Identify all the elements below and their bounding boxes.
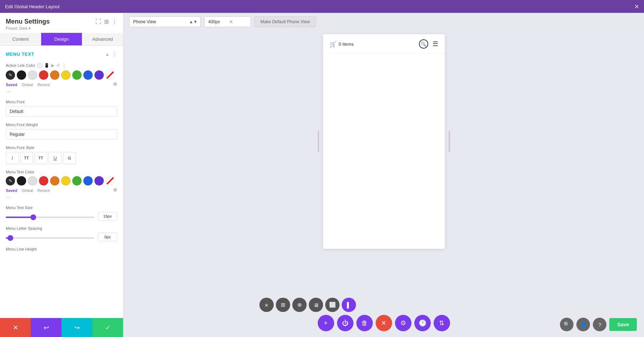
color-tab-global[interactable]: Global [21, 83, 33, 87]
text-color-tab-saved[interactable]: Saved [6, 188, 17, 193]
underline-btn[interactable]: U [49, 152, 62, 164]
section-more-icon[interactable]: ⋮ [112, 51, 117, 58]
menu-line-height-label: Menu Line Height [6, 247, 117, 251]
panel-bottom-bar: ✕ ↩ ↪ ✓ [0, 318, 123, 337]
active-link-more-icon[interactable]: ⋮ [62, 63, 67, 68]
color-tab-recent[interactable]: Recent [37, 83, 50, 87]
expand-icon[interactable]: ⛶ [96, 19, 101, 25]
close-icon[interactable]: ✕ [634, 3, 639, 10]
help-br-btn[interactable]: ? [593, 318, 606, 331]
search-tool-btn[interactable]: ⊕ [292, 298, 307, 312]
panel-preset[interactable]: Preset: Dark ▾ [6, 26, 117, 31]
power-float-btn[interactable]: ⏻ [337, 315, 353, 331]
canvas-drag-right[interactable] [449, 131, 450, 152]
save-button[interactable]: Save [609, 318, 637, 331]
make-default-phone-view-button[interactable]: Make Default Phone View [254, 16, 316, 27]
confirm-button[interactable]: ✓ [92, 318, 123, 337]
mobile-icon[interactable]: 📱 [44, 63, 49, 68]
hamburger-icon[interactable]: ☰ [433, 40, 438, 48]
search-br-btn[interactable]: 🔍 [560, 318, 574, 331]
color-pen-swatch[interactable]: ✎ [6, 70, 15, 80]
menu-letter-spacing-slider[interactable] [6, 237, 94, 239]
color-swatch-blue[interactable] [83, 70, 93, 80]
settings-float-btn[interactable]: ⚙ [395, 315, 411, 331]
trash-float-btn[interactable]: 🗑 [356, 315, 373, 331]
stats-float-btn[interactable]: ⇅ [434, 315, 450, 331]
title-bar-title: Edit Global Header Layout [5, 4, 59, 9]
menu-text-color-label: Menu Text Color [6, 170, 117, 174]
profile-br-btn[interactable]: 👤 [576, 318, 590, 331]
text-color-orange[interactable] [50, 176, 59, 185]
page-header: 🛒 0 items 🔍 ☰ [323, 34, 445, 54]
undo-button[interactable]: ↩ [31, 318, 62, 337]
title-caps-btn[interactable]: Tt [34, 152, 47, 164]
tab-design[interactable]: Design [41, 33, 82, 45]
cart-icon: 🛒 [330, 41, 337, 48]
text-color-tab-recent[interactable]: Recent [37, 188, 50, 193]
color-swatch-black[interactable] [17, 70, 26, 80]
cancel-button[interactable]: ✕ [0, 318, 31, 337]
color-swatch-red[interactable] [39, 70, 48, 80]
phone-tool-btn[interactable]: ▌ [342, 298, 356, 312]
arrow-icon[interactable]: ▶ [51, 63, 54, 68]
text-color-white[interactable] [28, 176, 37, 185]
active-link-color-row: Active Link Color ? 📱 ▶ ↺ ⋮ ✎ [6, 63, 117, 94]
bold-caps-btn[interactable]: TT [20, 152, 33, 164]
color-swatch-white[interactable] [28, 70, 37, 80]
color-swatch-orange[interactable] [50, 70, 59, 80]
collapse-icon[interactable]: ▲ [105, 52, 109, 57]
search-icon[interactable]: 🔍 [419, 39, 428, 49]
list-tool-btn[interactable]: ≡ [259, 298, 274, 312]
text-color-tab-global[interactable]: Global [21, 188, 33, 193]
tablet-tool-btn[interactable]: ⬜ [325, 298, 340, 312]
strike-btn[interactable]: S [63, 152, 76, 164]
text-color-green[interactable] [72, 176, 82, 185]
text-color-gear-icon[interactable]: ⚙ [113, 187, 117, 193]
menu-text-size-input[interactable]: 16px [98, 212, 117, 220]
text-color-none[interactable] [106, 176, 115, 185]
text-color-dots[interactable]: ··· [6, 194, 12, 200]
color-swatch-green[interactable] [72, 70, 82, 80]
view-select[interactable]: Phone View [130, 17, 186, 27]
text-color-yellow[interactable] [61, 176, 70, 185]
tabs-bar: Content Design Advanced [0, 33, 123, 46]
menu-font-weight-select[interactable]: Regular [6, 129, 117, 140]
menu-font-select[interactable]: Default [6, 106, 117, 117]
right-area: Phone View ▲▼ ✕ Make Default Phone View … [123, 13, 644, 337]
menu-text-size-slider[interactable] [6, 217, 94, 218]
add-float-btn[interactable]: + [318, 315, 334, 331]
grid-tool-btn[interactable]: ⊞ [276, 298, 290, 312]
px-value-input[interactable] [205, 17, 226, 27]
menu-letter-spacing-input[interactable]: 0px [98, 233, 117, 241]
px-extra-input[interactable] [236, 17, 250, 27]
text-color-blue[interactable] [83, 176, 93, 185]
panel-content: Menu Text ▲ ⋮ Active Link Color ? 📱 ▶ ↺ … [0, 46, 123, 318]
canvas-drag-left[interactable] [318, 131, 319, 152]
active-link-help-icon[interactable]: ? [37, 63, 42, 68]
more-dots[interactable]: ··· [6, 88, 12, 94]
cart-text: 0 items [339, 41, 354, 47]
text-color-purple[interactable] [94, 176, 104, 185]
menu-font-weight-row: Menu Font Weight Regular [6, 123, 117, 140]
italic-btn[interactable]: I [6, 152, 19, 164]
columns-icon[interactable]: ⊞ [104, 18, 109, 25]
color-swatch-purple[interactable] [94, 70, 104, 80]
more-icon[interactable]: ⋮ [112, 18, 117, 25]
redo-button[interactable]: ↪ [62, 318, 92, 337]
text-color-black[interactable] [17, 176, 26, 185]
color-gear-icon[interactable]: ⚙ [113, 81, 117, 87]
history-float-btn[interactable]: 🕐 [414, 315, 431, 331]
color-swatch-yellow[interactable] [61, 70, 70, 80]
color-tab-saved[interactable]: Saved [6, 83, 17, 87]
close-float-btn[interactable]: ✕ [376, 315, 392, 331]
color-swatch-none[interactable] [106, 70, 115, 80]
tab-content[interactable]: Content [0, 33, 41, 45]
desktop-tool-btn[interactable]: 🖥 [309, 298, 323, 312]
text-color-red[interactable] [39, 176, 48, 185]
text-color-pen[interactable]: ✎ [6, 176, 15, 185]
section-title: Menu Text [6, 51, 34, 57]
reset-icon[interactable]: ↺ [56, 63, 60, 68]
px-close-icon[interactable]: ✕ [226, 19, 236, 25]
menu-letter-spacing-label: Menu Letter Spacing [6, 226, 117, 231]
tab-advanced[interactable]: Advanced [82, 33, 123, 45]
